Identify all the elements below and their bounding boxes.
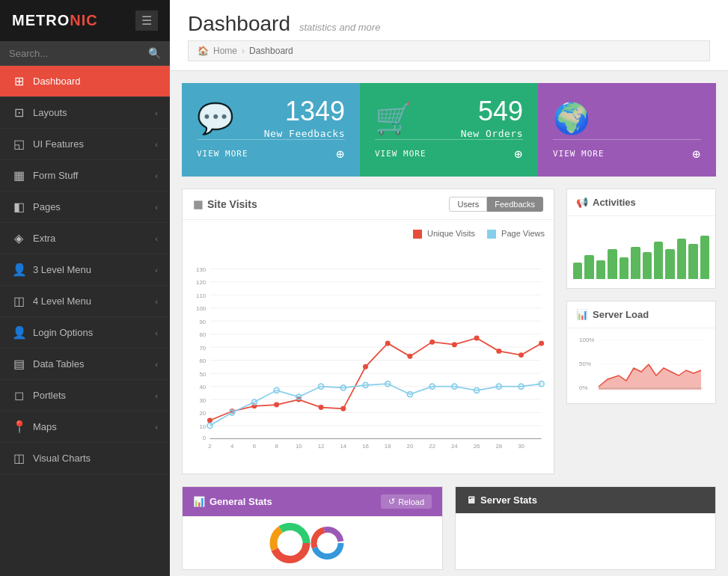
reload-icon: ↺ (388, 497, 395, 506)
banner-view-more[interactable]: VIEW MORE (553, 149, 605, 159)
data-tables-label: Data Tables (33, 358, 84, 370)
feedbacks-number: 1349 (264, 98, 345, 125)
right-panel: 📢 Activities (566, 189, 716, 474)
reload-button[interactable]: ↺ Reload (381, 494, 432, 509)
search-bar: 🔍 (0, 41, 170, 66)
sidebar-item-visual-charts[interactable]: ◫ Visual Charts (0, 443, 170, 474)
ui-features-label: UI Features (33, 138, 84, 150)
login-options-icon: 👤 (12, 325, 25, 340)
server-stats-card: 🖥 Server Stats (455, 486, 716, 570)
svg-point-38 (429, 340, 435, 345)
feedbacks-icon: 💬 (197, 101, 234, 136)
dashboard-label: Dashboard (33, 76, 81, 87)
stat-card-feedbacks: 💬 1349 New Feedbacks VIEW MORE ⊕ (182, 83, 360, 177)
search-input[interactable] (9, 48, 148, 59)
server-load-header: 📊 Server Load (567, 301, 715, 328)
sidebar-item-ui-features[interactable]: ◱ UI Features ‹ (0, 129, 170, 160)
layouts-icon: ⊡ (12, 105, 25, 120)
stats-row: 💬 1349 New Feedbacks VIEW MORE ⊕ 🛒 549 (182, 83, 716, 177)
sidebar-item-dashboard[interactable]: ⊞ Dashboard (0, 66, 170, 97)
svg-text:20: 20 (407, 443, 414, 450)
svg-point-31 (274, 402, 279, 408)
bar-3 (596, 260, 605, 279)
server-load-body: 100% 50% 0% (567, 328, 715, 403)
home-icon: 🏠 (198, 46, 209, 56)
bar-11 (688, 244, 697, 279)
server-load-svg: 100% 50% 0% (573, 334, 709, 394)
btn-users[interactable]: Users (449, 197, 487, 212)
site-visits-header: ▦ Site Visits Users Feedbacks (183, 189, 554, 220)
3-level-menu-arrow-icon: ‹ (155, 266, 158, 275)
svg-point-36 (385, 340, 391, 346)
svg-text:6: 6 (253, 443, 257, 450)
sidebar-item-pages[interactable]: ◧ Pages ‹ (0, 192, 170, 223)
svg-point-40 (474, 335, 480, 340)
svg-text:10: 10 (199, 423, 206, 430)
svg-point-37 (407, 354, 412, 359)
breadcrumb-separator: › (242, 46, 245, 56)
sidebar-item-maps[interactable]: 📍 Maps ‹ (0, 411, 170, 443)
site-visits-btn-group: Users Feedbacks (449, 197, 543, 212)
data-tables-icon: ▤ (12, 357, 25, 371)
portlets-icon: ◻ (12, 388, 25, 402)
menu-toggle-button[interactable]: ☰ (135, 10, 158, 31)
svg-text:90: 90 (199, 319, 206, 325)
legend-page-views: Page Views (487, 229, 545, 239)
feedbacks-view-more[interactable]: VIEW MORE (197, 149, 248, 159)
general-stats-body (183, 517, 442, 569)
svg-text:16: 16 (362, 443, 369, 450)
general-stats-svg (192, 521, 433, 566)
maps-arrow-icon: ‹ (155, 423, 158, 432)
sidebar-item-portlets[interactable]: ◻ Portlets ‹ (0, 380, 170, 411)
page-views-dot (487, 230, 496, 239)
sidebar-item-layouts[interactable]: ⊡ Layouts ‹ (0, 97, 170, 129)
general-stats-title: General Stats (209, 496, 272, 507)
main-content: Dashboard statistics and more 🏠 Home › D… (170, 0, 728, 576)
btn-feedbacks[interactable]: Feedbacks (487, 197, 543, 212)
orders-view-more[interactable]: VIEW MORE (375, 149, 426, 159)
site-visits-chart-body: Unique Visits Page Views 130 120 110 100 (183, 220, 554, 474)
stats-icon: 📊 (193, 496, 205, 507)
page-subtitle: statistics and more (299, 22, 380, 33)
page-title: Dashboard (188, 12, 290, 36)
svg-point-33 (319, 405, 324, 410)
form-stuff-icon: ▦ (12, 168, 25, 183)
server-stats-body (456, 514, 715, 566)
sidebar-item-form-stuff[interactable]: ▦ Form Stuff ‹ (0, 160, 170, 192)
svg-text:80: 80 (199, 331, 206, 338)
legend-unique-visits: Unique Visits (413, 229, 475, 239)
server-stats-title: Server Stats (480, 494, 537, 506)
extra-arrow-icon: ‹ (155, 234, 158, 243)
bar-6 (631, 247, 640, 279)
svg-text:50: 50 (199, 371, 206, 378)
svg-text:50%: 50% (579, 361, 591, 367)
bar-2 (584, 255, 593, 279)
dashboard-icon: ⊞ (12, 74, 25, 88)
charts-row: ▦ Site Visits Users Feedbacks Unique Vis… (182, 189, 716, 474)
ui-features-arrow-icon: ‹ (155, 140, 158, 149)
svg-text:28: 28 (495, 443, 502, 450)
svg-text:30: 30 (518, 443, 524, 450)
3-level-menu-label: 3 Level Menu (33, 264, 91, 275)
form-stuff-label: Form Stuff (33, 170, 78, 181)
bottom-row: 📊 General Stats ↺ Reload (182, 486, 716, 570)
sidebar-item-data-tables[interactable]: ▤ Data Tables ‹ (0, 349, 170, 380)
sidebar-item-4-level-menu[interactable]: ◫ 4 Level Menu ‹ (0, 286, 170, 317)
sidebar-nav: ⊞ Dashboard ⊡ Layouts ‹ ◱ UI Features ‹ … (0, 66, 170, 576)
svg-text:8: 8 (275, 443, 278, 450)
svg-text:110: 110 (196, 292, 207, 299)
breadcrumb-home[interactable]: Home (213, 46, 237, 56)
layouts-arrow-icon: ‹ (155, 108, 158, 117)
svg-point-41 (496, 349, 501, 354)
general-stats-card: 📊 General Stats ↺ Reload (182, 486, 443, 570)
ui-features-icon: ◱ (12, 137, 25, 151)
orders-number: 549 (461, 98, 523, 125)
svg-text:18: 18 (385, 443, 391, 450)
bar-10 (677, 239, 686, 279)
sidebar-item-3-level-menu[interactable]: 👤 3 Level Menu ‹ (0, 254, 170, 286)
chart-bar-icon: ▦ (193, 198, 203, 210)
stat-card-orders: 🛒 549 New Orders VIEW MORE ⊕ (360, 83, 538, 177)
site-visits-card: ▦ Site Visits Users Feedbacks Unique Vis… (182, 189, 554, 474)
sidebar-item-extra[interactable]: ◈ Extra ‹ (0, 223, 170, 254)
sidebar-item-login-options[interactable]: 👤 Login Options ‹ (0, 317, 170, 349)
